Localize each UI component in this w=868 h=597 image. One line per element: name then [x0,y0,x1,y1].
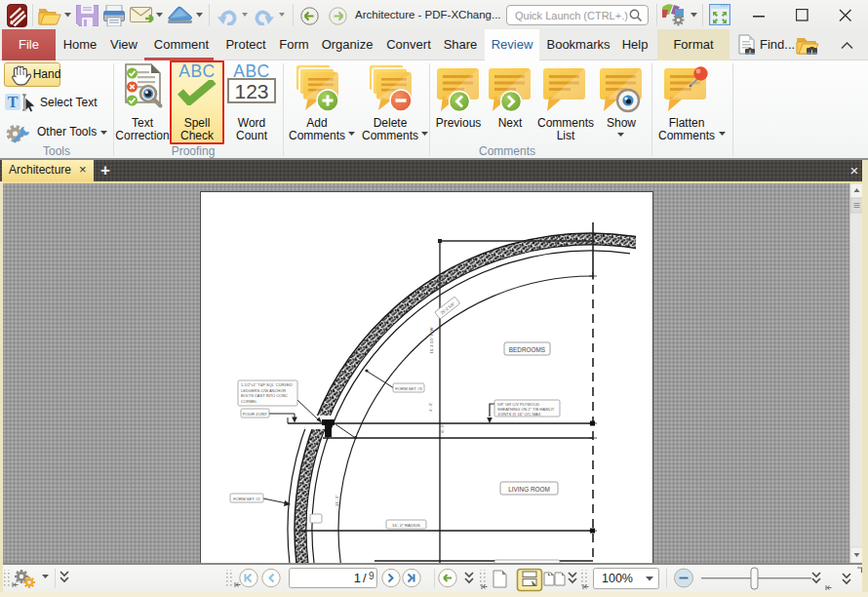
svg-text:16'- 0" RADIUS: 16'- 0" RADIUS [392,523,420,528]
svg-text:100%: 100% [602,572,633,585]
svg-text:FORM SET #2: FORM SET #2 [233,497,260,501]
svg-text:POUR JOINT: POUR JOINT [243,412,268,417]
svg-text:4'- 0": 4'- 0" [428,402,433,412]
svg-text:BOLTS CAST INTO CONC: BOLTS CAST INTO CONC [241,393,288,398]
svg-text:LEDGERS C/W ANCHOR: LEDGERS C/W ANCHOR [241,388,286,393]
svg-text:FORM SET #3: FORM SET #3 [395,386,422,391]
svg-text:9: 9 [369,571,375,581]
svg-text:LIVING ROOM: LIVING ROOM [508,486,550,493]
svg-text:31'- 0": 31'- 0" [335,495,339,506]
svg-text:8'- 0": 8'- 0" [440,423,445,433]
svg-text:JOINTS @ 16" O/C MAX: JOINTS @ 16" O/C MAX [497,412,541,417]
svg-text:BEDROOMS: BEDROOMS [509,346,545,353]
svg-text:CORBEL: CORBEL [241,399,257,404]
svg-text:1-1/2"x1" T&P SQL 'CURVED': 1-1/2"x1" T&P SQL 'CURVED' [241,382,294,387]
svg-text:T: T [8,94,19,110]
svg-text:1: 1 [354,571,361,585]
svg-text:16'-1 1/2" R/W: 16'-1 1/2" R/W [429,327,434,353]
svg-text:/: / [363,571,367,585]
